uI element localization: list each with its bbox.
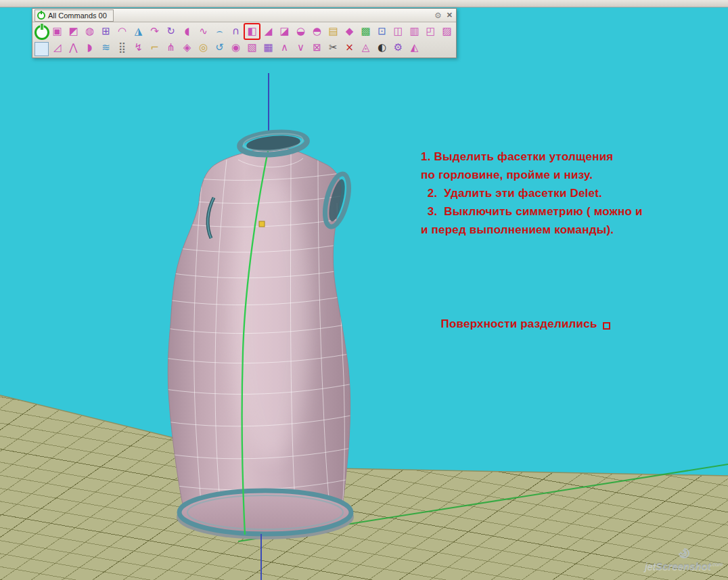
- corner-fill-icon[interactable]: ◢: [260, 24, 276, 39]
- swirl-logo-icon: [676, 547, 692, 560]
- watermark-screenshot: Screenshot: [656, 560, 711, 572]
- leaf-curve-icon[interactable]: ◗: [82, 40, 97, 55]
- hatch-grid-icon[interactable]: ▩: [358, 24, 373, 39]
- settings-gear-icon[interactable]: ⚙: [390, 40, 406, 55]
- annotation-lines: 1. Выделить фасетки утолщенияпо горловин…: [421, 148, 725, 239]
- thicken-facets-icon[interactable]: ◧: [244, 24, 260, 39]
- annotation-final-text: Поверхности разделились: [441, 317, 597, 330]
- floor-far-edge: [0, 395, 728, 476]
- bridge-arc-icon[interactable]: ⌢: [212, 24, 227, 39]
- flip-prism-icon[interactable]: ◮: [131, 24, 146, 39]
- dress-form-model[interactable]: [152, 130, 376, 539]
- cross-hatch-icon[interactable]: ▨: [439, 24, 455, 39]
- blank-swatch[interactable]: [35, 42, 49, 56]
- toolbar-row-2: ◿⋀◗≋⣿↯⌐⋔◈◎↺◉▧▦∧∨⊠✂×◬◐⚙◭: [49, 40, 455, 55]
- redirect-arrow-icon[interactable]: ↷: [147, 24, 162, 39]
- gear-icon[interactable]: ⚙: [434, 12, 442, 20]
- cone-icon[interactable]: ◬: [358, 40, 373, 55]
- watermark-text: jetScreenshot.com: [645, 560, 723, 572]
- annotation-final: Поверхности разделились: [421, 296, 725, 351]
- rotate-ccw-icon[interactable]: ↺: [212, 40, 227, 55]
- jetscreenshot-watermark: jetScreenshot.com: [645, 547, 723, 572]
- fork-icon[interactable]: ⋔: [163, 40, 179, 55]
- top-half-disc-icon[interactable]: ◓: [309, 24, 325, 39]
- notch-square-icon[interactable]: ◪: [277, 24, 292, 39]
- arch-surface-icon[interactable]: ◠: [114, 24, 130, 39]
- toolbar-titlebar[interactable]: All Commands 00 ⚙ ✕: [32, 9, 456, 22]
- quad-grid-icon[interactable]: ⊞: [98, 24, 114, 39]
- annotation-line: 1. Выделить фасетки утолщения: [421, 148, 725, 166]
- ripple-surface-icon[interactable]: ≋: [98, 40, 114, 55]
- corner-elbow-icon[interactable]: ⌐: [147, 40, 162, 55]
- lightning-bend-icon[interactable]: ↯: [131, 40, 146, 55]
- delete-cross-icon[interactable]: ×: [342, 40, 357, 55]
- hatch-panel-icon[interactable]: ▧: [244, 40, 260, 55]
- valley-icon[interactable]: ∨: [293, 40, 309, 55]
- quad-panel-icon[interactable]: ▦: [260, 40, 276, 55]
- toolbar-row-1: ▣◩◍⊞◠◮↷↻◖∿⌢∩◧◢◪◒◓▤◆▩⊡◫▥◰▨: [49, 24, 455, 39]
- solid-cube-icon[interactable]: ◩: [66, 24, 81, 39]
- instruction-annotations: 1. Выделить фасетки утолщенияпо горловин…: [421, 111, 725, 388]
- fold-icon[interactable]: ◿: [49, 40, 65, 55]
- toolbar-body: ▣◩◍⊞◠◮↷↻◖∿⌢∩◧◢◪◒◓▤◆▩⊡◫▥◰▨ ◿⋀◗≋⣿↯⌐⋔◈◎↺◉▧▦…: [32, 22, 456, 58]
- toolbar-tab[interactable]: All Commands 00: [35, 9, 114, 22]
- prism-flip-icon[interactable]: ◭: [407, 40, 422, 55]
- annotation-line: и перед выполнением команды).: [421, 221, 725, 239]
- power-button-icon[interactable]: [35, 25, 49, 40]
- annotation-line: 2. Удалить эти фасетки Delet.: [421, 184, 725, 202]
- target-icon[interactable]: ◎: [196, 40, 211, 55]
- ridge-icon[interactable]: ∧: [277, 40, 292, 55]
- diamond-solid-icon[interactable]: ◆: [342, 24, 357, 39]
- slab-rows-icon[interactable]: ▤: [325, 24, 341, 39]
- watermark-com: .com: [711, 561, 723, 567]
- point-marker[interactable]: [259, 221, 265, 227]
- close-icon[interactable]: ✕: [447, 12, 453, 19]
- shaded-sphere-icon[interactable]: ◐: [374, 40, 390, 55]
- annotation-line: 3. Выключить симметрию ( можно и: [421, 202, 725, 221]
- application-window: All Commands 00 ⚙ ✕ ▣◩◍⊞◠◮↷↻◖∿⌢∩◧◢◪◒◓▤◆▩…: [0, 0, 728, 580]
- stripe-panel-icon[interactable]: ▥: [407, 24, 422, 39]
- annotation-line: по горловине, пройме и низу.: [421, 166, 725, 184]
- mesh-sphere-icon[interactable]: ◍: [82, 24, 97, 39]
- ringed-dot-icon[interactable]: ◉: [228, 40, 244, 55]
- bottom-half-disc-icon[interactable]: ◒: [293, 24, 309, 39]
- toolbar-title: All Commands 00: [48, 12, 107, 20]
- power-icon: [37, 12, 45, 20]
- diamond-cluster-icon[interactable]: ◈: [179, 40, 195, 55]
- half-loft-icon[interactable]: ◖: [179, 24, 195, 39]
- caret-square-icon: [603, 322, 610, 330]
- corner-frame-icon[interactable]: ◰: [423, 24, 438, 39]
- tunnel-icon[interactable]: ∩: [228, 24, 244, 39]
- rotate-cw-icon[interactable]: ↻: [163, 24, 179, 39]
- toolbar-panel: All Commands 00 ⚙ ✕ ▣◩◍⊞◠◮↷↻◖∿⌢∩◧◢◪◒◓▤◆▩…: [32, 8, 457, 58]
- hem-opening: [179, 491, 351, 534]
- crossed-box-icon[interactable]: ⊠: [309, 40, 325, 55]
- wave-surface-icon[interactable]: ∿: [196, 24, 211, 39]
- surface-box-icon[interactable]: ▣: [49, 24, 65, 39]
- dot-grid-icon[interactable]: ⣿: [114, 40, 130, 55]
- trim-scissors-icon[interactable]: ✂: [325, 40, 341, 55]
- watermark-jet: jet: [645, 560, 656, 572]
- split-panels-icon[interactable]: ◫: [390, 24, 406, 39]
- peak-icon[interactable]: ⋀: [66, 40, 81, 55]
- dot-square-icon[interactable]: ⊡: [374, 24, 390, 39]
